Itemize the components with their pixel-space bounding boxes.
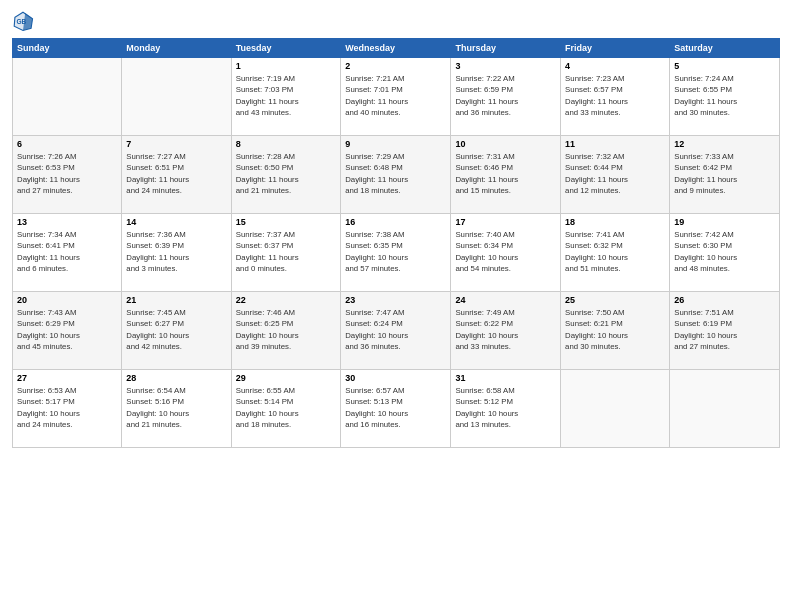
calendar-week-1: 1Sunrise: 7:19 AMSunset: 7:03 PMDaylight… (13, 58, 780, 136)
day-info: Sunrise: 7:24 AMSunset: 6:55 PMDaylight:… (674, 73, 775, 118)
logo: GB (12, 10, 38, 32)
calendar-cell: 13Sunrise: 7:34 AMSunset: 6:41 PMDayligh… (13, 214, 122, 292)
day-info: Sunrise: 7:34 AMSunset: 6:41 PMDaylight:… (17, 229, 117, 274)
day-number: 30 (345, 373, 446, 383)
calendar-cell: 18Sunrise: 7:41 AMSunset: 6:32 PMDayligh… (561, 214, 670, 292)
day-info: Sunrise: 7:22 AMSunset: 6:59 PMDaylight:… (455, 73, 556, 118)
day-number: 28 (126, 373, 226, 383)
day-number: 27 (17, 373, 117, 383)
calendar-cell: 1Sunrise: 7:19 AMSunset: 7:03 PMDaylight… (231, 58, 340, 136)
day-number: 16 (345, 217, 446, 227)
calendar-cell: 10Sunrise: 7:31 AMSunset: 6:46 PMDayligh… (451, 136, 561, 214)
calendar-cell: 9Sunrise: 7:29 AMSunset: 6:48 PMDaylight… (341, 136, 451, 214)
day-info: Sunrise: 7:21 AMSunset: 7:01 PMDaylight:… (345, 73, 446, 118)
day-info: Sunrise: 7:47 AMSunset: 6:24 PMDaylight:… (345, 307, 446, 352)
calendar-week-3: 13Sunrise: 7:34 AMSunset: 6:41 PMDayligh… (13, 214, 780, 292)
day-info: Sunrise: 7:26 AMSunset: 6:53 PMDaylight:… (17, 151, 117, 196)
calendar-cell: 2Sunrise: 7:21 AMSunset: 7:01 PMDaylight… (341, 58, 451, 136)
calendar-cell: 24Sunrise: 7:49 AMSunset: 6:22 PMDayligh… (451, 292, 561, 370)
calendar-table: SundayMondayTuesdayWednesdayThursdayFrid… (12, 38, 780, 448)
day-number: 29 (236, 373, 336, 383)
day-info: Sunrise: 6:54 AMSunset: 5:16 PMDaylight:… (126, 385, 226, 430)
calendar-cell: 6Sunrise: 7:26 AMSunset: 6:53 PMDaylight… (13, 136, 122, 214)
calendar-cell (561, 370, 670, 448)
day-number: 6 (17, 139, 117, 149)
calendar-cell: 20Sunrise: 7:43 AMSunset: 6:29 PMDayligh… (13, 292, 122, 370)
day-number: 23 (345, 295, 446, 305)
day-number: 2 (345, 61, 446, 71)
day-number: 8 (236, 139, 336, 149)
calendar-cell: 26Sunrise: 7:51 AMSunset: 6:19 PMDayligh… (670, 292, 780, 370)
day-number: 26 (674, 295, 775, 305)
day-info: Sunrise: 6:58 AMSunset: 5:12 PMDaylight:… (455, 385, 556, 430)
day-number: 10 (455, 139, 556, 149)
day-info: Sunrise: 7:50 AMSunset: 6:21 PMDaylight:… (565, 307, 665, 352)
day-info: Sunrise: 7:28 AMSunset: 6:50 PMDaylight:… (236, 151, 336, 196)
calendar-week-4: 20Sunrise: 7:43 AMSunset: 6:29 PMDayligh… (13, 292, 780, 370)
day-number: 21 (126, 295, 226, 305)
calendar-cell: 21Sunrise: 7:45 AMSunset: 6:27 PMDayligh… (122, 292, 231, 370)
calendar-week-5: 27Sunrise: 6:53 AMSunset: 5:17 PMDayligh… (13, 370, 780, 448)
weekday-header-saturday: Saturday (670, 39, 780, 58)
calendar-cell: 15Sunrise: 7:37 AMSunset: 6:37 PMDayligh… (231, 214, 340, 292)
day-info: Sunrise: 7:31 AMSunset: 6:46 PMDaylight:… (455, 151, 556, 196)
day-info: Sunrise: 7:32 AMSunset: 6:44 PMDaylight:… (565, 151, 665, 196)
day-number: 1 (236, 61, 336, 71)
day-info: Sunrise: 7:29 AMSunset: 6:48 PMDaylight:… (345, 151, 446, 196)
weekday-header-row: SundayMondayTuesdayWednesdayThursdayFrid… (13, 39, 780, 58)
weekday-header-monday: Monday (122, 39, 231, 58)
day-number: 11 (565, 139, 665, 149)
day-number: 20 (17, 295, 117, 305)
calendar-cell: 31Sunrise: 6:58 AMSunset: 5:12 PMDayligh… (451, 370, 561, 448)
day-info: Sunrise: 6:55 AMSunset: 5:14 PMDaylight:… (236, 385, 336, 430)
calendar-cell: 17Sunrise: 7:40 AMSunset: 6:34 PMDayligh… (451, 214, 561, 292)
day-number: 9 (345, 139, 446, 149)
calendar-cell (122, 58, 231, 136)
calendar-cell: 14Sunrise: 7:36 AMSunset: 6:39 PMDayligh… (122, 214, 231, 292)
calendar-cell: 23Sunrise: 7:47 AMSunset: 6:24 PMDayligh… (341, 292, 451, 370)
calendar-cell: 12Sunrise: 7:33 AMSunset: 6:42 PMDayligh… (670, 136, 780, 214)
day-info: Sunrise: 7:40 AMSunset: 6:34 PMDaylight:… (455, 229, 556, 274)
day-info: Sunrise: 7:45 AMSunset: 6:27 PMDaylight:… (126, 307, 226, 352)
calendar-cell: 8Sunrise: 7:28 AMSunset: 6:50 PMDaylight… (231, 136, 340, 214)
day-info: Sunrise: 7:37 AMSunset: 6:37 PMDaylight:… (236, 229, 336, 274)
day-number: 17 (455, 217, 556, 227)
weekday-header-tuesday: Tuesday (231, 39, 340, 58)
day-number: 3 (455, 61, 556, 71)
weekday-header-friday: Friday (561, 39, 670, 58)
day-info: Sunrise: 7:33 AMSunset: 6:42 PMDaylight:… (674, 151, 775, 196)
day-info: Sunrise: 7:19 AMSunset: 7:03 PMDaylight:… (236, 73, 336, 118)
day-info: Sunrise: 7:43 AMSunset: 6:29 PMDaylight:… (17, 307, 117, 352)
calendar-cell: 22Sunrise: 7:46 AMSunset: 6:25 PMDayligh… (231, 292, 340, 370)
calendar-week-2: 6Sunrise: 7:26 AMSunset: 6:53 PMDaylight… (13, 136, 780, 214)
day-number: 5 (674, 61, 775, 71)
day-number: 15 (236, 217, 336, 227)
day-number: 4 (565, 61, 665, 71)
day-info: Sunrise: 6:57 AMSunset: 5:13 PMDaylight:… (345, 385, 446, 430)
svg-text:GB: GB (16, 18, 26, 25)
day-info: Sunrise: 7:27 AMSunset: 6:51 PMDaylight:… (126, 151, 226, 196)
day-number: 25 (565, 295, 665, 305)
day-number: 19 (674, 217, 775, 227)
day-info: Sunrise: 6:53 AMSunset: 5:17 PMDaylight:… (17, 385, 117, 430)
calendar-cell: 27Sunrise: 6:53 AMSunset: 5:17 PMDayligh… (13, 370, 122, 448)
calendar-cell: 5Sunrise: 7:24 AMSunset: 6:55 PMDaylight… (670, 58, 780, 136)
day-number: 7 (126, 139, 226, 149)
calendar-cell: 16Sunrise: 7:38 AMSunset: 6:35 PMDayligh… (341, 214, 451, 292)
day-number: 31 (455, 373, 556, 383)
day-info: Sunrise: 7:46 AMSunset: 6:25 PMDaylight:… (236, 307, 336, 352)
calendar-cell: 4Sunrise: 7:23 AMSunset: 6:57 PMDaylight… (561, 58, 670, 136)
calendar-cell: 28Sunrise: 6:54 AMSunset: 5:16 PMDayligh… (122, 370, 231, 448)
header: GB (12, 10, 780, 32)
day-info: Sunrise: 7:42 AMSunset: 6:30 PMDaylight:… (674, 229, 775, 274)
calendar-cell (13, 58, 122, 136)
calendar-cell: 19Sunrise: 7:42 AMSunset: 6:30 PMDayligh… (670, 214, 780, 292)
day-info: Sunrise: 7:23 AMSunset: 6:57 PMDaylight:… (565, 73, 665, 118)
day-number: 14 (126, 217, 226, 227)
day-number: 22 (236, 295, 336, 305)
day-number: 24 (455, 295, 556, 305)
day-info: Sunrise: 7:36 AMSunset: 6:39 PMDaylight:… (126, 229, 226, 274)
calendar-cell (670, 370, 780, 448)
day-number: 18 (565, 217, 665, 227)
calendar-cell: 30Sunrise: 6:57 AMSunset: 5:13 PMDayligh… (341, 370, 451, 448)
